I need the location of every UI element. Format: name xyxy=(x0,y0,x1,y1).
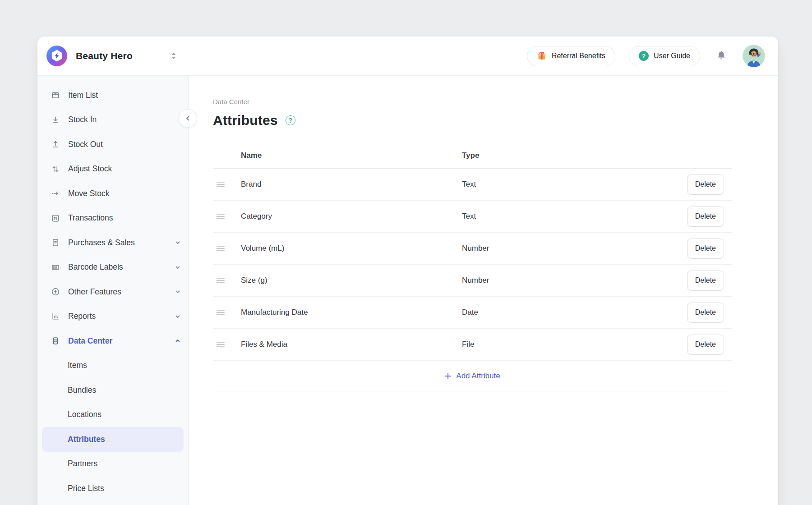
drag-handle-icon[interactable] xyxy=(217,246,225,251)
sidebar-item-label: Reports xyxy=(68,312,96,321)
delete-button[interactable]: Delete xyxy=(687,239,724,259)
sidebar-item-data-center[interactable]: Data Center xyxy=(37,329,188,354)
sidebar-subitem-attributes[interactable]: Attributes xyxy=(42,427,184,452)
delete-button[interactable]: Delete xyxy=(687,207,724,227)
referral-benefits-button[interactable]: Referral Benefits xyxy=(527,46,615,66)
delete-button[interactable]: Delete xyxy=(687,174,724,195)
table-row: Size (g) Number Delete xyxy=(213,265,732,297)
table-row: Files & Media File Delete xyxy=(213,329,732,361)
sidebar-item-label: Stock In xyxy=(68,115,97,124)
sidebar-subitem-label: Locations xyxy=(68,410,102,419)
header-actions: Referral Benefits ? User Guide xyxy=(527,45,765,67)
drag-handle-icon[interactable] xyxy=(217,182,225,187)
column-header-name: Name xyxy=(241,151,462,160)
attribute-name: Files & Media xyxy=(241,340,462,349)
attribute-type: Number xyxy=(462,276,678,285)
chevron-up-icon xyxy=(175,338,181,344)
delete-button[interactable]: Delete xyxy=(687,303,724,323)
gift-icon xyxy=(537,51,547,61)
sidebar-item-transactions[interactable]: Transactions xyxy=(37,206,188,231)
barcode-icon xyxy=(51,263,60,272)
attribute-name: Brand xyxy=(241,180,462,189)
add-attribute-label: Add Attribute xyxy=(456,372,500,381)
drag-handle-icon[interactable] xyxy=(217,214,225,219)
user-avatar[interactable] xyxy=(743,45,765,67)
attribute-type: Text xyxy=(462,180,678,189)
database-icon xyxy=(51,336,60,345)
sidebar-item-reports[interactable]: Reports xyxy=(37,304,188,329)
sidebar-item-label: Stock Out xyxy=(68,140,103,149)
notifications-button[interactable] xyxy=(715,49,728,63)
workspace-switch-arrows-icon[interactable] xyxy=(169,50,178,62)
chevron-down-icon xyxy=(175,313,181,320)
bar-chart-icon xyxy=(51,312,60,321)
attribute-name: Volume (mL) xyxy=(241,244,462,253)
referral-benefits-label: Referral Benefits xyxy=(552,52,605,60)
drag-handle-icon[interactable] xyxy=(217,278,225,283)
workspace-switcher[interactable]: Beauty Hero xyxy=(46,46,178,66)
sidebar-item-label: Purchases & Sales xyxy=(68,238,135,248)
table-row: Manufacturing Date Date Delete xyxy=(213,297,732,329)
chevron-down-icon xyxy=(175,239,181,246)
table-row: Category Text Delete xyxy=(213,201,732,233)
sidebar-subitem-label: Price Lists xyxy=(68,484,104,493)
add-attribute-row: Add Attribute xyxy=(213,361,732,391)
drag-handle-icon[interactable] xyxy=(217,310,225,315)
sidebar-item-purchases-sales[interactable]: Purchases & Sales xyxy=(37,230,188,255)
sidebar-subitem-bundles[interactable]: Bundles xyxy=(42,378,184,403)
header-pills: Referral Benefits ? User Guide xyxy=(527,46,700,66)
sidebar-item-stock-in[interactable]: Stock In xyxy=(37,108,188,133)
plus-icon xyxy=(444,372,452,380)
app-window: Beauty Hero Referral B xyxy=(37,37,778,505)
add-attribute-button[interactable]: Add Attribute xyxy=(444,372,500,381)
sidebar-item-label: Adjust Stock xyxy=(68,164,112,174)
sidebar: Item List Stock In Stock Out xyxy=(37,76,189,505)
column-header-type: Type xyxy=(462,151,678,160)
table-row: Brand Text Delete xyxy=(213,169,732,201)
help-icon[interactable]: ? xyxy=(286,115,295,125)
upload-icon xyxy=(51,140,60,149)
sidebar-subitem-locations[interactable]: Locations xyxy=(42,403,184,427)
sidebar-item-adjust-stock[interactable]: Adjust Stock xyxy=(37,157,188,182)
sidebar-collapse-button[interactable] xyxy=(179,109,197,128)
sidebar-subitem-partners[interactable]: Partners xyxy=(42,452,184,477)
table-header-row: Name Type xyxy=(213,142,732,169)
sidebar-item-label: Other Features xyxy=(68,287,121,297)
package-icon xyxy=(51,91,60,100)
delete-button[interactable]: Delete xyxy=(687,335,724,355)
sidebar-item-move-stock[interactable]: Move Stock xyxy=(37,181,188,206)
sidebar-subitem-label: Items xyxy=(68,361,87,370)
chevron-left-icon xyxy=(185,115,191,122)
attribute-name: Category xyxy=(241,212,462,221)
breadcrumb[interactable]: Data Center xyxy=(213,97,249,106)
plus-circle-icon xyxy=(51,287,60,296)
user-guide-button[interactable]: ? User Guide xyxy=(629,46,700,66)
sidebar-item-other-features[interactable]: Other Features xyxy=(37,280,188,304)
page-title: Attributes xyxy=(213,113,278,128)
sidebar-item-label: Transactions xyxy=(68,213,113,223)
sidebar-subitem-label: Bundles xyxy=(68,386,96,395)
document-icon xyxy=(51,238,60,247)
table-row: Volume (mL) Number Delete xyxy=(213,233,732,265)
attribute-type: Text xyxy=(462,212,678,221)
drag-handle-icon[interactable] xyxy=(217,342,225,347)
workspace-name: Beauty Hero xyxy=(76,50,133,61)
attribute-name: Manufacturing Date xyxy=(241,308,462,317)
attribute-type: File xyxy=(462,340,678,349)
bell-icon xyxy=(715,50,727,62)
attributes-table: Name Type Brand Text Delete Category Tex… xyxy=(213,142,732,391)
user-guide-label: User Guide xyxy=(654,52,690,60)
sidebar-item-label: Move Stock xyxy=(68,189,109,198)
arrows-up-down-icon xyxy=(51,165,60,174)
sidebar-item-stock-out[interactable]: Stock Out xyxy=(37,132,188,157)
sidebar-item-item-list[interactable]: Item List xyxy=(37,83,188,108)
sidebar-subitem-price-lists[interactable]: Price Lists xyxy=(42,476,184,501)
sidebar-item-label: Item List xyxy=(68,91,98,100)
sidebar-item-barcode-labels[interactable]: Barcode Labels xyxy=(37,255,188,280)
sidebar-item-label: Barcode Labels xyxy=(68,262,123,272)
delete-button[interactable]: Delete xyxy=(687,271,724,291)
chevron-down-icon xyxy=(175,289,181,295)
sidebar-item-label: Data Center xyxy=(68,336,112,346)
sidebar-subitem-items[interactable]: Items xyxy=(42,354,184,378)
question-circle-icon: ? xyxy=(639,51,649,61)
